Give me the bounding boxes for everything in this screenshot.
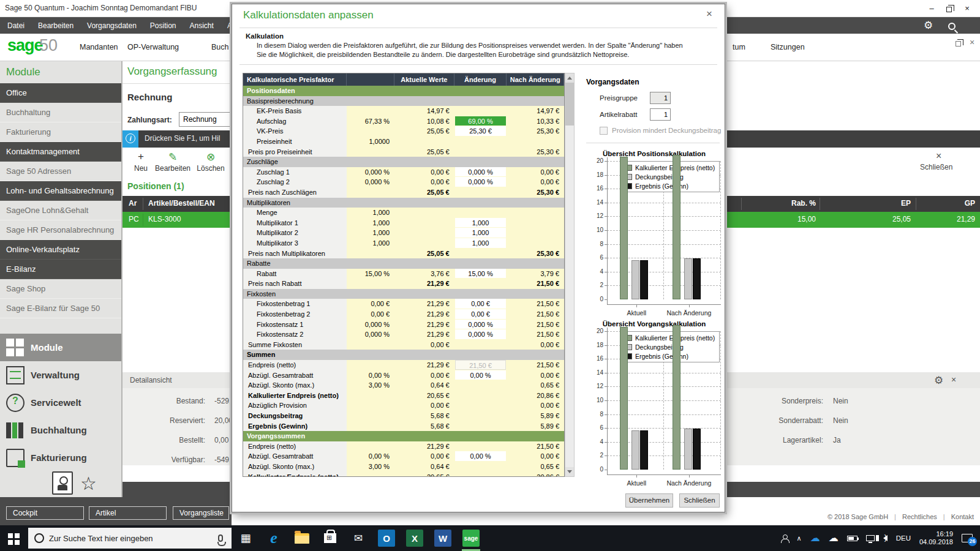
calc-table-scrollbar[interactable] [565, 73, 575, 477]
sidebar-nav-verwaltung[interactable]: Verwaltung [0, 361, 121, 389]
menu-item-bearbeiten[interactable]: Bearbeiten [36, 21, 76, 30]
calc-row[interactable]: Fixkostensatz 10,000 %21,29 €0,000 %21,5… [243, 320, 564, 330]
change-input-cell[interactable]: 0,000 % [455, 167, 507, 177]
network-icon[interactable] [866, 535, 875, 541]
calc-row[interactable]: Summe Fixkosten0,00 €0,00 € [243, 340, 564, 350]
close-button[interactable]: × [959, 2, 975, 15]
change-input-cell[interactable]: 1,000 [455, 228, 507, 238]
calc-row[interactable]: Endpreis (netto)21,29 €21,50 €21,50 € [243, 360, 564, 370]
calc-row[interactable]: EK-Preis Basis14,97 €14,97 € [243, 106, 564, 116]
calc-row[interactable]: Abzügl. Gesamtrabatt0,00 %0,00 €0,00 %0,… [243, 451, 564, 462]
panel-gear-icon[interactable]: ⚙ [934, 374, 943, 387]
menu-item-vorgangsdaten[interactable]: Vorgangsdaten [85, 21, 139, 30]
scroll-down-icon[interactable] [565, 467, 574, 476]
header-aktuelle-werte[interactable]: Aktuelle Werte [394, 73, 454, 86]
sidebar-item-sage-50-adressen[interactable]: Sage 50 Adressen [0, 162, 121, 181]
battery-icon[interactable] [847, 536, 858, 541]
calc-row[interactable]: Abzügl. Gesamtrabatt0,00 %0,00 €0,00 %0,… [243, 370, 564, 381]
language-indicator[interactable]: DEU [896, 534, 911, 542]
tab-mandanten[interactable]: Mandanten [80, 43, 118, 51]
sidebar-item-online-verkaufsplatz[interactable]: Online-Verkaufsplatz [0, 240, 121, 260]
provision-checkbox[interactable] [600, 127, 608, 135]
menu-item-position[interactable]: Position [148, 21, 179, 30]
col-divider[interactable] [820, 198, 820, 210]
scroll-thumb[interactable] [565, 83, 574, 126]
calc-row[interactable]: Multiplikator 11,0001,000 [243, 218, 564, 228]
schliessen-button[interactable]: Schließen [679, 493, 720, 508]
col-divider[interactable] [143, 198, 143, 210]
calc-row[interactable]: Fixkostenbetrag 20,00 €21,29 €0,00 €21,5… [243, 309, 564, 320]
tab-buchhaltung[interactable]: Buch [211, 43, 229, 51]
clock[interactable]: 16:19 04.09.2018 [919, 530, 953, 546]
calc-row[interactable]: Deckungsbeitrag5,68 €5,89 € [243, 411, 564, 421]
calc-row[interactable]: Multiplikator 31,0001,000 [243, 238, 564, 249]
col-artikel[interactable]: Artikel/Bestell/EAN [148, 199, 215, 208]
calc-row[interactable]: Rabatt15,00 %3,76 €15,00 %3,79 € [243, 269, 564, 279]
new-button[interactable]: + Neu [129, 151, 153, 173]
sidebar-item-fakturierung[interactable]: Fakturierung [0, 122, 121, 142]
bottom-tab-cockpit[interactable]: Cockpit [6, 506, 84, 520]
sidebar-nav-module[interactable]: Module [0, 334, 121, 361]
change-input-cell[interactable]: 0,00 % [455, 370, 507, 380]
calc-row[interactable]: Zuschlag 20,000 %0,00 €0,000 %0,00 € [243, 177, 564, 187]
calc-row[interactable]: Kalkulierter Endpreis (netto)20,65 €20,8… [243, 472, 564, 477]
taskbar-app-excel[interactable]: X [401, 525, 429, 551]
taskbar-app-file-explorer[interactable] [288, 525, 316, 551]
minimize-button[interactable]: – [924, 2, 940, 15]
calc-row[interactable]: Fixkostensatz 20,000 %21,29 €0,000 %21,5… [243, 329, 564, 340]
taskbar-app-store[interactable] [316, 525, 344, 551]
payment-select[interactable]: Rechnung [179, 112, 232, 127]
address-book-icon[interactable] [52, 471, 73, 495]
change-input-cell[interactable]: 0,00 € [455, 309, 507, 319]
calc-row[interactable]: Preiseinheit1,0000 [243, 137, 564, 147]
tab-op-verwaltung[interactable]: OP-Verwaltung [127, 43, 179, 51]
calc-row[interactable]: Abzügl. Skonto (max.)3,00 %0,64 €0,65 € [243, 462, 564, 472]
scroll-up-icon[interactable] [565, 73, 574, 83]
calc-row[interactable]: Preis pro Preiseinheit25,05 €25,30 € [243, 147, 564, 157]
sidebar-nav-servicewelt[interactable]: Servicewelt [0, 389, 121, 416]
change-input-cell[interactable]: 1,000 [455, 218, 507, 228]
tab-datum-fragment[interactable]: tum [733, 43, 745, 51]
calc-row[interactable]: Preis nach Zuschlägen25,05 €25,30 € [243, 187, 564, 198]
panel-close-label[interactable]: Schließen [920, 163, 952, 171]
sidebar-nav-fakturierung[interactable]: Fakturierung [0, 444, 121, 471]
sidebar-item-sage-shop[interactable]: Sage Shop [0, 279, 121, 299]
start-button[interactable] [0, 525, 28, 551]
calc-row[interactable]: Aufschlag67,33 %10,08 €69,00 %10,33 € [243, 116, 564, 127]
sidebar-item-buchhaltung[interactable]: Buchhaltung [0, 103, 121, 122]
col-ar[interactable]: Ar [129, 199, 137, 208]
calc-row[interactable]: Preis nach Multiplikatoren25,05 €25,30 € [243, 249, 564, 259]
col-ep[interactable]: EP [876, 199, 911, 208]
sidebar-item-kontaktmanagement[interactable]: Kontaktmanagement [0, 142, 121, 162]
artikelrabatt-input[interactable]: 1 [650, 108, 671, 121]
change-input-cell[interactable]: 0,00 % [455, 451, 507, 461]
cloud-icon[interactable]: ☁ [829, 533, 839, 543]
sidebar-item-office[interactable]: Office [0, 83, 121, 103]
change-input-cell[interactable]: 0,00 € [455, 299, 507, 309]
calc-row[interactable]: Endpreis (netto)21,29 €21,50 € [243, 441, 564, 452]
bottom-tab-vorgangsliste[interactable]: Vorgangsliste [173, 506, 229, 520]
microphone-icon[interactable] [218, 534, 223, 542]
panel-x-icon[interactable]: × [951, 375, 956, 384]
header-nach-aenderung[interactable]: Nach Änderung [507, 73, 564, 86]
edit-button[interactable]: ✎ Bearbeiten [153, 151, 192, 173]
taskbar-app-mail[interactable]: ✉ [344, 525, 372, 551]
change-input-cell[interactable]: 1,000 [455, 238, 507, 248]
taskbar-app-outlook[interactable]: O [372, 525, 401, 551]
calc-row[interactable]: Abzügl. Skonto (max.)3,00 %0,64 €0,65 € [243, 380, 564, 391]
change-input-cell[interactable]: 15,00 % [455, 269, 507, 279]
menu-item-ansicht[interactable]: Ansicht [187, 21, 216, 30]
delete-button[interactable]: ⊗ Löschen [194, 151, 228, 173]
panel-close-x-icon[interactable]: × [936, 151, 941, 162]
taskbar-app-word[interactable]: W [429, 525, 457, 551]
taskbar-app-sage[interactable]: sage [457, 525, 485, 551]
gear-icon[interactable]: ⚙ [924, 19, 933, 32]
onedrive-icon[interactable]: ☁ [810, 533, 820, 543]
dialog-close-button[interactable]: × [703, 8, 716, 20]
panel-close-icon[interactable]: × [970, 37, 974, 47]
calc-row[interactable]: Preis nach Rabatt21,29 €21,50 € [243, 279, 564, 289]
calc-row[interactable]: Multiplikator 21,0001,000 [243, 228, 564, 238]
taskbar-app-task-view[interactable]: ▦ [232, 525, 260, 551]
change-input-cell[interactable]: 0,000 % [455, 320, 507, 329]
sidebar-item-sage-hr-personalabrechnung[interactable]: Sage HR Personalabrechnung [0, 220, 121, 240]
